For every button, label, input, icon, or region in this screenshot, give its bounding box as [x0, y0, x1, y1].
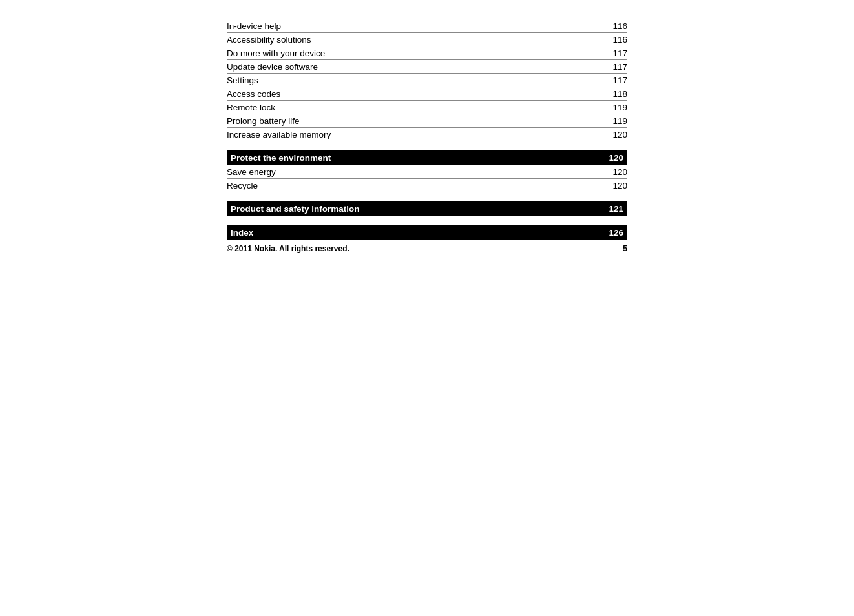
toc-entry-label: In-device help	[227, 21, 608, 31]
toc-entry-label: Accessibility solutions	[227, 35, 608, 45]
toc-entry-page: 117	[608, 48, 627, 58]
sections-container: Protect the environment120Save energy120…	[227, 150, 627, 240]
toc-row: Do more with your device117	[227, 46, 627, 60]
toc-row: Recycle120	[227, 179, 627, 192]
toc-entry-page: 120	[608, 130, 627, 139]
toc-row: Remote lock119	[227, 101, 627, 114]
toc-row: In-device help116	[227, 19, 627, 33]
toc-section-page: 121	[604, 204, 623, 214]
toc-entry-label: Do more with your device	[227, 48, 608, 58]
page-container: In-device help116Accessibility solutions…	[214, 0, 640, 266]
toc-entry-label: Update device software	[227, 62, 608, 72]
toc-entry-page: 120	[608, 181, 627, 190]
toc-section-page: 120	[604, 153, 623, 163]
toc-row: Access codes118	[227, 87, 627, 101]
toc-entry-page: 116	[608, 21, 627, 31]
toc-row: Accessibility solutions116	[227, 33, 627, 46]
toc-entry-label: Recycle	[227, 181, 608, 190]
toc-entry-label: Settings	[227, 76, 608, 85]
toc-section-header: Index126	[227, 225, 627, 240]
toc-entry-label: Access codes	[227, 89, 608, 99]
toc-row: Increase available memory120	[227, 128, 627, 141]
toc-entry-page: 117	[608, 62, 627, 72]
toc-entry-page: 117	[608, 76, 627, 85]
regular-entries-container: In-device help116Accessibility solutions…	[227, 19, 627, 141]
toc-section-label: Protect the environment	[231, 153, 604, 163]
footer-copyright: © 2011 Nokia. All rights reserved.	[227, 244, 349, 253]
toc-section-header: Product and safety information121	[227, 201, 627, 216]
toc-section-header: Protect the environment120	[227, 150, 627, 165]
toc-row: Settings117	[227, 74, 627, 87]
footer-page-number: 5	[623, 244, 627, 253]
toc-section-label: Product and safety information	[231, 204, 604, 214]
toc-section-label: Index	[231, 228, 604, 238]
toc-row: Update device software117	[227, 60, 627, 74]
toc-row: Save energy120	[227, 165, 627, 179]
toc-entry-label: Prolong battery life	[227, 116, 608, 126]
page-footer: © 2011 Nokia. All rights reserved. 5	[227, 241, 627, 253]
toc-entry-page: 118	[608, 89, 627, 99]
toc-entry-page: 120	[608, 167, 627, 177]
toc-entry-page: 119	[608, 103, 627, 112]
toc-entry-page: 116	[608, 35, 627, 45]
toc-entry-label: Increase available memory	[227, 130, 608, 139]
toc-row: Prolong battery life119	[227, 114, 627, 128]
toc-entry-label: Remote lock	[227, 103, 608, 112]
toc-entry-page: 119	[608, 116, 627, 126]
toc-entry-label: Save energy	[227, 167, 608, 177]
toc-section-page: 126	[604, 228, 623, 238]
toc-table: In-device help116Accessibility solutions…	[227, 19, 627, 240]
